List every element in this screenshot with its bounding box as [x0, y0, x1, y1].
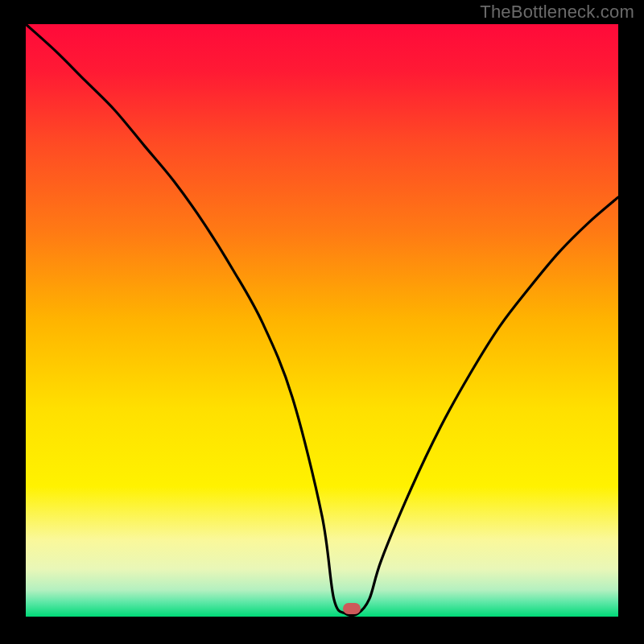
attribution-label: TheBottleneck.com [480, 2, 634, 23]
bottleneck-curve [26, 24, 618, 617]
optimal-marker [343, 603, 361, 614]
plot-area [26, 24, 618, 617]
chart-frame: TheBottleneck.com [0, 0, 644, 644]
